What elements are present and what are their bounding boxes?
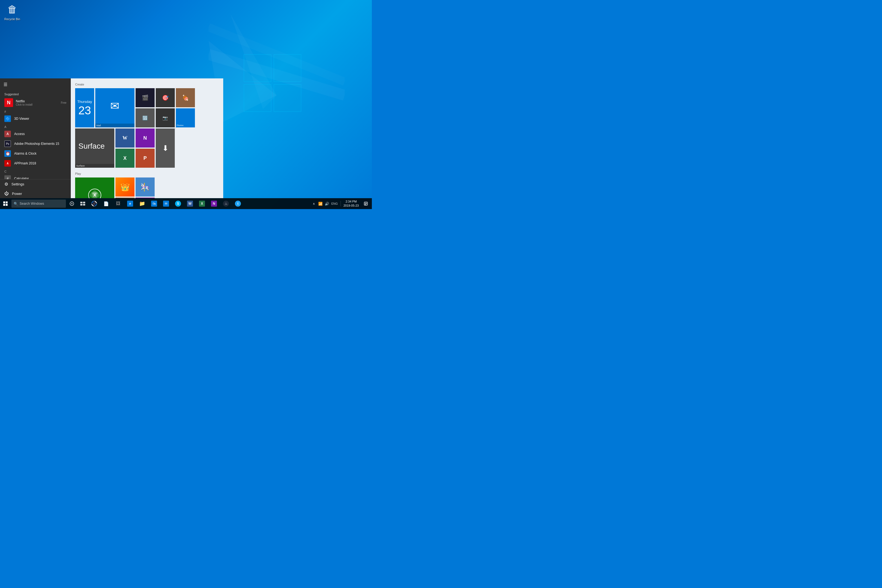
mail-tile-inner: ✉ xyxy=(95,88,135,124)
desktop-logo xyxy=(208,14,345,177)
search-placeholder: Search Windows xyxy=(20,202,44,206)
notification-icon xyxy=(364,202,368,206)
taskbar-app-store[interactable]: 🛍 xyxy=(148,198,160,209)
netflix-info: Netflix Click to install xyxy=(16,99,61,106)
appmark-icon: A xyxy=(4,160,11,166)
task-view-button[interactable] xyxy=(77,198,88,209)
clock-time: 2:34 PM xyxy=(345,200,357,204)
webcam-tile[interactable]: 🎯 xyxy=(156,88,175,107)
3dviewer-icon: 🔷 xyxy=(4,116,11,122)
taskbar-app-mail[interactable]: ✉ xyxy=(160,198,172,209)
king-tile[interactable]: 👑 xyxy=(116,177,135,196)
taskbar-clock[interactable]: 2:34 PM 2019-05-23 xyxy=(341,198,361,209)
word-tile[interactable]: W xyxy=(116,129,135,147)
network-icon[interactable]: 📶 xyxy=(317,202,324,206)
mickey-tile[interactable]: 🎠 xyxy=(136,177,154,196)
excel-tile[interactable]: X xyxy=(116,148,135,168)
start-hamburger-button[interactable]: ☰ xyxy=(0,78,11,90)
power-icon: ⏻ xyxy=(4,191,9,196)
adobe-label: Adobe Photoshop Elements 15 xyxy=(14,142,59,146)
system-tray-icons: 📶 🔊 ENG xyxy=(316,202,340,206)
food-tile[interactable]: 🍖 xyxy=(176,88,195,107)
search-icon: 🔍 xyxy=(14,202,18,206)
svg-rect-35 xyxy=(83,202,85,203)
sound-icon[interactable]: 🔊 xyxy=(324,202,330,206)
explorer-icon: 📁 xyxy=(139,201,145,207)
svg-rect-9 xyxy=(274,85,301,111)
twitter-taskbar-icon: t xyxy=(235,201,241,207)
settings-item[interactable]: ⚙ Settings xyxy=(0,179,71,189)
march-of-empires-tile[interactable]: March of Em... xyxy=(116,198,135,198)
calendar-day-num: 23 xyxy=(78,105,91,116)
power-item[interactable]: ⏻ Power xyxy=(0,189,71,198)
calc-tile[interactable]: 🔢 xyxy=(136,108,154,128)
access-label: Access xyxy=(14,132,25,136)
powerpoint-tile[interactable]: P xyxy=(136,148,154,168)
taskbar-app-excel[interactable]: X xyxy=(196,198,208,209)
xbox-inner: X xyxy=(75,177,114,198)
taskbar-app-files[interactable]: 📄 xyxy=(100,198,112,209)
svg-rect-37 xyxy=(83,204,85,206)
app-item-alarms[interactable]: ⏰ Alarms & Clock xyxy=(0,148,71,158)
taskbar-app-steam[interactable]: ♨ xyxy=(220,198,232,209)
cortana-button[interactable] xyxy=(66,198,77,209)
edge-taskbar-icon: e xyxy=(127,201,133,207)
app-item-adobe[interactable]: Ps Adobe Photoshop Elements 15 xyxy=(0,139,71,148)
hidden-city-tile[interactable]: Hidden City xyxy=(136,198,154,198)
taskbar-pinned-apps: 📄 🖼 e 📁 🛍 xyxy=(88,198,312,209)
tray-expand-button[interactable]: ∧ xyxy=(312,202,316,206)
calculator-label: Calculator xyxy=(14,177,29,179)
start-app-list[interactable]: Suggested N Netflix Click to install Fre… xyxy=(0,90,71,179)
calendar-tile[interactable]: Thursday 23 xyxy=(75,88,94,128)
mail-label: Mail xyxy=(96,124,101,127)
svg-rect-42 xyxy=(365,204,367,204)
taskbar-search[interactable]: 🔍 Search Windows xyxy=(11,200,66,208)
mail-taskbar-icon: ✉ xyxy=(163,201,169,207)
netflix-icon: N xyxy=(4,98,13,107)
taskbar-app-bmw[interactable] xyxy=(88,198,100,209)
download-tile[interactable]: ⬇ xyxy=(156,129,175,168)
section-a: A xyxy=(0,124,71,129)
app-item-appmark[interactable]: A APPmark 2018 xyxy=(0,158,71,168)
onenote-tile[interactable]: N xyxy=(136,129,154,147)
taskbar: 🔍 Search Windows xyxy=(0,198,372,209)
download-icon: ⬇ xyxy=(156,129,175,168)
app-item-calculator[interactable]: # Calculator xyxy=(0,174,71,179)
section-c: C xyxy=(0,168,71,174)
excel-taskbar-icon: X xyxy=(199,201,205,207)
bmw-icon xyxy=(91,201,97,207)
create-label: Create xyxy=(75,83,219,86)
mail-icon: ✉ xyxy=(110,100,120,112)
film-tile[interactable]: 🎬 xyxy=(136,88,154,107)
taskbar-app-word[interactable]: W xyxy=(184,198,196,209)
surface-tile[interactable]: Surface Surface xyxy=(75,129,114,168)
app-item-access[interactable]: A Access xyxy=(0,129,71,139)
taskbar-app-skype[interactable]: S xyxy=(172,198,184,209)
netflix-app-item[interactable]: N Netflix Click to install Free xyxy=(0,97,71,108)
tray-separator xyxy=(340,201,341,206)
taskbar-app-explorer[interactable]: 📁 xyxy=(136,198,148,209)
taskbar-app-photos[interactable]: 🖼 xyxy=(112,198,124,209)
svg-rect-36 xyxy=(80,204,82,206)
recycle-bin-icon[interactable]: 🗑 Recycle Bin xyxy=(3,3,22,22)
netflix-badge: Free xyxy=(61,101,66,104)
taskbar-app-onenote[interactable]: N xyxy=(208,198,220,209)
action-center-button[interactable] xyxy=(361,198,371,209)
battery-icon: ENG xyxy=(330,202,339,205)
onenote-icon: N xyxy=(144,135,147,141)
mail-tile[interactable]: ✉ Mail xyxy=(95,88,135,128)
webcam2-tile[interactable]: 📷 xyxy=(156,108,175,128)
taskbar-app-twitter[interactable]: t xyxy=(232,198,244,209)
cortana-icon xyxy=(70,201,74,206)
taskbar-app-edge[interactable]: e xyxy=(124,198,136,209)
svg-point-33 xyxy=(71,203,73,204)
start-button[interactable] xyxy=(0,198,11,209)
photos-label-tile[interactable]: Photos xyxy=(176,108,195,128)
task-view-icon xyxy=(80,202,85,206)
recycle-bin-graphic: 🗑 xyxy=(4,4,21,15)
xbox-tile[interactable]: X Xbox xyxy=(75,177,114,198)
onenote-taskbar-icon: N xyxy=(211,201,217,207)
app-item-3dviewer[interactable]: 🔷 3D Viewer xyxy=(0,114,71,124)
calendar-day-name: Thursday xyxy=(77,100,92,104)
recycle-bin-label: Recycle Bin xyxy=(4,17,20,21)
